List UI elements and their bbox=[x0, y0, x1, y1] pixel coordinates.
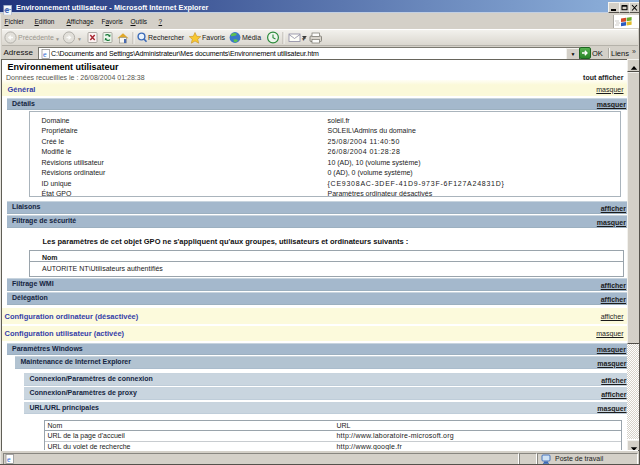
svg-text:e: e bbox=[43, 50, 47, 59]
svg-text:e: e bbox=[7, 455, 11, 464]
